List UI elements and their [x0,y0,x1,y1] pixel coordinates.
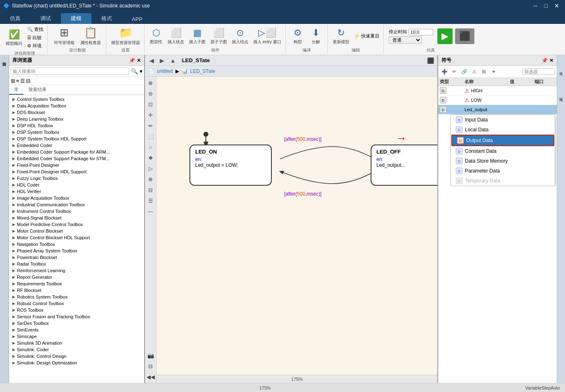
symbol-row-ledoutput[interactable]: D Led_output [438,105,557,114]
minus-tool[interactable]: — [146,207,155,216]
menu-input-data[interactable]: D Input Data [451,115,555,125]
env-button[interactable]: ⚙ 环境 [26,42,45,50]
nav-back-btn[interactable]: ◀ [148,57,155,64]
find-button[interactable]: 🔍 查找 [26,26,45,33]
shape-tool[interactable]: ❖ [146,153,155,162]
list-item[interactable]: ▶Fuzzy Logic Toolbox [9,175,144,182]
add-tool[interactable]: ⊕ [146,175,155,184]
breadcrumb-root[interactable]: untitled [157,68,173,74]
lib-close-btn[interactable]: ✕ [137,58,141,63]
sym-filter-btn[interactable]: ▾ [489,67,498,76]
symbol-row-high[interactable]: D ⚠ HIGH [438,86,557,96]
decompose-button[interactable]: ⬇ 分解 [308,27,324,46]
arrow-tool[interactable]: ▷ [146,164,155,173]
zoom-out-tool[interactable]: ⊖ [146,89,155,98]
tab-app[interactable]: APP [122,14,152,24]
list-item[interactable]: ▶Motor Control Blockset [9,228,144,234]
symbol-context-menu[interactable]: D Input Data D Local Data D Output Data … [451,114,555,186]
list-item[interactable]: ▶SimEvents [9,327,144,333]
atomic-subgraph-button[interactable]: ⬜ 原子子图 [209,27,229,46]
symbol-close-btn[interactable]: ✕ [549,58,553,63]
list-item[interactable]: ▶Phased Array System Toolbox [9,247,144,254]
sym-edit-btn[interactable]: ✏ [450,67,459,76]
list-item[interactable]: ▶Simscape [9,333,144,340]
search-options-btn[interactable]: ▾ [140,68,142,75]
fit-tool[interactable]: ⊡ [146,100,155,109]
list-item[interactable]: ▶Reinforcement Learning [9,267,144,274]
tab-format[interactable]: 格式 [91,13,122,24]
menu-parameter-data[interactable]: D Parameter Data [451,166,555,176]
grid-tool[interactable]: ☰ [146,196,155,205]
model-advisor-button[interactable]: ✅ 模型顾问 [4,28,24,47]
sym-error-btn[interactable]: ⚠ [469,67,479,76]
window-controls[interactable]: ─ □ ✕ [531,2,562,9]
collapse-tool[interactable]: ◀◀ [146,372,155,381]
sym-search-input[interactable] [522,68,555,75]
list-item[interactable]: ▶DSP System Toolbox [9,129,144,135]
list-item[interactable]: ▶Deep Learning Toolbox [9,116,144,122]
nav-forward-btn[interactable]: ▶ [159,57,166,64]
list-item[interactable]: ▶DSP HDL Toolbox [9,122,144,129]
run-button[interactable]: ▶ [437,28,453,44]
breadcrumb-chart[interactable]: LED_STate [190,68,215,74]
sym-resolve-btn[interactable]: 🔗 [460,67,469,76]
layer-button[interactable]: ⬡ 图层性 [148,27,164,46]
canvas-area[interactable]: ⊕ ⊖ ⊡ ✛ ✏ ⬜ ○ ❖ ▷ ⊕ ⊟ ☰ — 📷 ⊟ ◀◀ [145,77,437,383]
menu-local-data[interactable]: D Local Data [451,125,555,135]
property-inspector-button[interactable]: 📋 属性检查器 [78,26,103,47]
sim-mode-select[interactable]: 普通 [389,36,422,44]
symbol-row-low[interactable]: D ⚠ LOW [438,96,557,105]
list-item[interactable]: ▶Simulink: Control Design [9,353,144,359]
menu-output-data[interactable]: D Output Data [451,135,554,146]
menu-constant-data[interactable]: D Constant Data [451,146,555,156]
export-tool[interactable]: ⊟ [146,362,155,371]
sym-grid-btn[interactable]: ⊞ [479,67,488,76]
list-item[interactable]: ▶Radar Toolbox [9,261,144,267]
list-item[interactable]: ▶Image Acquisition Toolbox [9,195,144,201]
maximize-button[interactable]: □ [542,2,550,9]
list-item[interactable]: ▶HDL Coder [9,182,144,188]
list-item[interactable]: ▶Mixed-Signal Blockset [9,215,144,221]
lib-tool-4[interactable]: ⊟ [26,78,30,84]
list-item[interactable]: ▶Industrial Communication Toolbox [9,201,144,208]
insert-junction-button[interactable]: ⊙ 插入结点 [230,27,250,46]
list-item[interactable]: ▶DSP System Toolbox HDL Support [9,135,144,142]
zoom-in-tool[interactable]: ⊕ [146,78,155,87]
symbol-mgr-button[interactable]: ⊞ 符号管理格 [52,26,77,47]
stop-time-input[interactable] [409,29,433,35]
insert-entry-button[interactable]: ▷⬜ 插入 entry 窗口 [252,27,283,46]
list-item[interactable]: ▶HDL Verifier [9,188,144,195]
maximize-canvas-btn[interactable]: ⬛ [427,57,434,64]
insert-state-button[interactable]: ⬜ 插入状态 [166,27,186,46]
lib-pin-btn[interactable]: 📌 [129,58,135,63]
minimize-button[interactable]: ─ [531,2,540,9]
right-tab-1[interactable]: 符号 [558,57,565,82]
close-button[interactable]: ✕ [552,2,562,9]
list-item[interactable]: ▶Instrument Control Toolbox [9,208,144,215]
tab-simulation[interactable]: 仿真 [0,13,30,24]
sym-add-btn[interactable]: ➕ [440,67,449,76]
camera-tool[interactable]: 📷 [146,351,155,360]
list-item[interactable]: ▶Motor Control Blockset HDL Support [9,234,144,241]
remove-tool[interactable]: ⊟ [146,185,155,194]
list-item[interactable]: ▶Sensor Fusion and Tracking Toolbox [9,313,144,320]
list-item[interactable]: ▶Requirements Toolbox [9,280,144,287]
list-item[interactable]: ▶RF Blockset [9,287,144,294]
pen-tool[interactable]: ✏ [146,121,155,130]
state-led-on[interactable]: LED_ON en: Led_output = LOW; [189,145,272,186]
list-item[interactable]: ▶Fixed-Point Designer HDL Support [9,168,144,175]
diagram-canvas[interactable]: LED_ON en: Led_output = LOW; LED_OFF en:… [156,77,437,375]
left-tab-library[interactable]: 模型浏览器 [1,57,8,62]
list-item[interactable]: ▶Simulink: Coder [9,346,144,353]
tab-modeling[interactable]: 建模 [61,13,91,24]
search-go-btn[interactable]: 🔍 [131,68,138,75]
list-item[interactable]: ▶Embedded Coder [9,142,144,149]
list-item[interactable]: ▶Navigation Toolbox [9,241,144,247]
list-item[interactable]: ▶Powertrain Blockset [9,254,144,261]
list-item[interactable]: ▶Control System Toolbox [9,96,144,103]
list-item[interactable]: ▶Model Predictive Control Toolbox [9,221,144,228]
list-item[interactable]: ▶ROS Toolbox [9,307,144,313]
list-item[interactable]: ▶Simulink 3D Animation [9,340,144,346]
update-model-button[interactable]: ↻ 更新模型 [331,27,351,46]
nav-up-btn[interactable]: ▲ [169,57,177,64]
